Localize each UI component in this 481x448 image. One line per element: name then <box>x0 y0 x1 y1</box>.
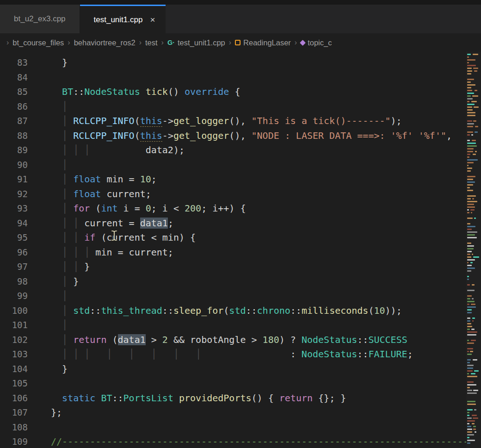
tab-label: bt_u2_ex3.cpp <box>14 14 66 24</box>
code-line[interactable]: 84 <box>0 70 481 85</box>
code-text: │ return (data1 > 2 && robotAngle > 180)… <box>51 334 407 345</box>
code-line[interactable]: 98 │ } <box>0 274 481 289</box>
code-text: │ │ │ │ │ │ │ │ : NodeStatus::FAILURE; <box>51 348 413 360</box>
code-line[interactable]: 95 │ │ if (current < min) { <box>0 230 481 245</box>
code-text: //--------------------------------------… <box>51 436 474 447</box>
breadcrumb-chevron-icon: › <box>295 38 297 47</box>
line-number: 86 <box>0 100 28 114</box>
code-line[interactable]: 100 │ std::this_thread::sleep_for(std::c… <box>0 304 481 318</box>
tab-bar: bt_u2_ex3.cpp test_unit1.cpp × <box>0 5 481 33</box>
line-number: 98 <box>0 274 28 289</box>
breadcrumb-item-bt-course-files[interactable]: bt_course_files <box>12 38 64 47</box>
code-line[interactable]: 91 │ float min = 10; <box>0 172 481 187</box>
code-line[interactable]: 104 } <box>0 362 481 377</box>
code-text: │ │ if (current < min) { <box>51 232 196 243</box>
breadcrumb-label: test_unit1.cpp <box>178 38 225 47</box>
tab-label: test_unit1.cpp <box>94 15 143 25</box>
code-text: │ RCLCPP_INFO(this->get_logger(), "This … <box>51 115 402 126</box>
breadcrumb-label: bt_course_files <box>12 38 64 47</box>
code-line[interactable]: 88 │ RCLCPP_INFO(this->get_logger(), "NO… <box>0 129 481 143</box>
code-editor[interactable]: 83 }8485 BT::NodeStatus tick() override … <box>0 52 481 448</box>
line-number: 105 <box>0 376 28 391</box>
line-number: 104 <box>0 362 28 377</box>
code-text: │ │ current = data1; <box>51 218 173 229</box>
line-number: 108 <box>0 420 28 435</box>
code-text: │ │ │ data2); <box>51 144 185 156</box>
breadcrumb: ›bt_course_files›behaviortree_ros2›test›… <box>0 33 481 52</box>
breadcrumb-item-test[interactable]: test <box>145 38 158 47</box>
code-line[interactable]: 101 │ <box>0 318 481 333</box>
code-text: }; <box>51 407 62 418</box>
line-number: 107 <box>0 405 28 420</box>
code-line[interactable]: 85 BT::NodeStatus tick() override { <box>0 85 481 100</box>
code-text: static BT::PortsList providedPorts() { r… <box>51 392 346 404</box>
title-bar <box>0 0 481 5</box>
method-icon <box>300 40 306 46</box>
code-text: │ │ │ min = current; <box>51 247 173 258</box>
line-number: 97 <box>0 260 28 274</box>
code-line[interactable]: 105 <box>0 376 481 391</box>
line-number: 91 <box>0 172 28 187</box>
code-text: BT::NodeStatus tick() override { <box>51 86 240 97</box>
text-cursor-pointer <box>110 230 118 242</box>
line-number: 106 <box>0 391 28 406</box>
code-line[interactable]: 93 │ for (int i = 0; i < 200; i++) { <box>0 201 481 216</box>
code-text: │ float current; <box>51 188 151 199</box>
breadcrumb-label: test <box>145 38 158 47</box>
line-number: 94 <box>0 216 28 231</box>
code-line[interactable]: 107}; <box>0 405 481 420</box>
close-icon[interactable]: × <box>150 15 155 24</box>
code-line[interactable]: 83 } <box>0 56 481 70</box>
tab-bt-u2-ex3-cpp[interactable]: bt_u2_ex3.cpp <box>0 5 80 33</box>
code-area[interactable]: 83 }8485 BT::NodeStatus tick() override … <box>0 52 481 448</box>
class-icon <box>235 40 240 45</box>
breadcrumb-chevron-icon: › <box>6 38 9 47</box>
line-number: 87 <box>0 114 28 129</box>
tab-test-unit1-cpp[interactable]: test_unit1.cpp × <box>80 5 166 33</box>
code-line[interactable]: 108 <box>0 420 481 435</box>
code-line[interactable]: 106 static BT::PortsList providedPorts()… <box>0 391 481 406</box>
code-text: } <box>51 57 68 68</box>
line-number: 101 <box>0 318 28 333</box>
line-number: 109 <box>0 435 28 448</box>
line-number: 93 <box>0 201 28 216</box>
breadcrumb-label: ReadingLaser <box>243 38 291 47</box>
code-line[interactable]: 96 │ │ │ min = current; <box>0 245 481 260</box>
code-text: │ │ } <box>51 261 90 272</box>
line-number: 103 <box>0 347 28 362</box>
breadcrumb-chevron-icon: › <box>161 38 164 47</box>
code-line[interactable]: 89 │ │ │ data2); <box>0 143 481 158</box>
breadcrumb-item-test-unit1-cpp[interactable]: G·test_unit1.cpp <box>167 38 225 47</box>
code-line[interactable]: 99 │ <box>0 289 481 304</box>
line-number: 88 <box>0 129 28 143</box>
line-number: 84 <box>0 70 28 85</box>
code-text: │ for (int i = 0; i < 200; i++) { <box>51 203 246 214</box>
code-text: │ } <box>51 276 79 287</box>
breadcrumb-item-readinglaser[interactable]: ReadingLaser <box>235 38 291 47</box>
code-text: │ <box>51 159 68 170</box>
code-text: │ <box>51 101 68 112</box>
line-number: 89 <box>0 143 28 158</box>
code-line[interactable]: 102 │ return (data1 > 2 && robotAngle > … <box>0 333 481 348</box>
breadcrumb-item-topic-c[interactable]: topic_c <box>301 38 332 47</box>
code-line[interactable]: 109//-----------------------------------… <box>0 435 481 448</box>
vscode-window: bt_u2_ex3.cpp test_unit1.cpp × ›bt_cours… <box>0 0 481 448</box>
code-text: │ <box>51 319 68 330</box>
breadcrumb-item-behaviortree-ros2[interactable]: behaviortree_ros2 <box>74 38 136 47</box>
line-number: 96 <box>0 245 28 260</box>
code-text: │ std::this_thread::sleep_for(std::chron… <box>51 305 402 316</box>
minimap[interactable] <box>466 52 481 448</box>
cpp-file-icon: G· <box>167 39 175 46</box>
code-line[interactable]: 103 │ │ │ │ │ │ │ │ : NodeStatus::FAILUR… <box>0 347 481 362</box>
code-text: │ RCLCPP_INFO(this->get_logger(), "NODE … <box>51 130 452 141</box>
code-line[interactable]: 90 │ <box>0 158 481 173</box>
code-line[interactable]: 92 │ float current; <box>0 187 481 202</box>
code-line[interactable]: 94 │ │ current = data1; <box>0 216 481 231</box>
code-line[interactable]: 97 │ │ } <box>0 260 481 274</box>
breadcrumb-label: behaviortree_ros2 <box>74 38 136 47</box>
line-number: 92 <box>0 187 28 202</box>
line-number: 90 <box>0 158 28 173</box>
code-line[interactable]: 86 │ <box>0 100 481 114</box>
breadcrumb-label: topic_c <box>308 38 332 47</box>
code-line[interactable]: 87 │ RCLCPP_INFO(this->get_logger(), "Th… <box>0 114 481 129</box>
